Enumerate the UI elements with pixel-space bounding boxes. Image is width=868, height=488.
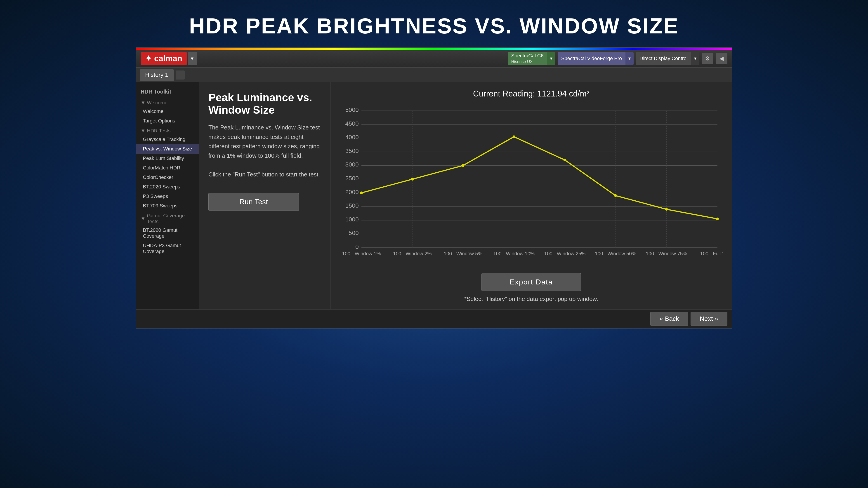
svg-text:2000: 2000 [345,189,359,195]
direct-display-line1: Direct Display Control [640,55,688,62]
sidebar-item-welcome-label: Welcome [143,108,163,114]
chart-point-0 [360,192,363,194]
calman-logo[interactable]: ✦ calman [141,52,187,65]
chart-point-2 [462,164,464,167]
tab-add-button[interactable]: + [176,70,185,79]
svg-text:100 - Window 75%: 100 - Window 75% [646,251,687,256]
sidebar-item-bt2020-sweeps[interactable]: BT.2020 Sweeps [136,182,199,192]
calman-dropdown-button[interactable]: ▼ [188,52,197,65]
spectra-c6-line1: SpectraCal C6 [511,53,544,59]
sidebar-gamut-arrow-icon: ▼ [141,216,146,222]
settings-icon: ⚙ [705,55,710,62]
svg-text:100 - Window 10%: 100 - Window 10% [493,251,535,256]
panel-description: The Peak Luminance vs. Window Size test … [209,123,321,180]
sidebar-item-colormatch-hdr[interactable]: ColorMatch HDR [136,163,199,173]
next-arrow-icon: » [715,315,718,322]
sidebar-item-grayscale-tracking[interactable]: Grayscale Tracking [136,135,199,144]
direct-display-dropdown-icon[interactable]: ▼ [691,52,700,65]
left-panel: Peak Luminance vs. Window Size The Peak … [199,82,331,309]
nav-bar: « Back Next » [136,309,732,328]
chart-point-1 [411,178,414,181]
svg-text:100 - Window 50%: 100 - Window 50% [595,251,636,256]
title-bar-right: SpectraCal C6 Hisense UX ▼ SpectraCal Vi… [508,52,727,65]
sidebar-item-target-options-label: Target Options [143,118,175,124]
sidebar-item-bt709-sweeps[interactable]: BT.709 Sweeps [136,201,199,210]
sidebar-item-p3-sweeps[interactable]: P3 Sweeps [136,192,199,201]
collapse-icon: ◀ [719,55,723,62]
next-label: Next [700,315,713,322]
svg-text:5000: 5000 [345,106,359,113]
color-bar [136,48,732,50]
title-bar: ✦ calman ▼ SpectraCal C6 Hisense UX ▼ Sp… [136,50,732,68]
spectra-c6-label: SpectraCal C6 Hisense UX [508,52,547,65]
tab-bar: History 1 + [136,68,732,82]
back-arrow-icon: « [659,315,663,322]
svg-text:2500: 2500 [345,175,359,182]
sidebar-gamut-label: Gamut Coverage Tests [147,213,194,225]
tab-history1-label: History 1 [145,71,168,78]
videoforge-label: SpectraCal VideoForge Pro [558,52,626,65]
tab-add-icon: + [179,72,182,78]
sidebar-item-uhda-p3-label: UHDA-P3 Gamut Coverage [143,242,194,254]
run-test-button[interactable]: Run Test [209,193,299,211]
chart-container: 5000 4500 4000 3500 3000 2500 2000 1500 … [331,101,732,269]
sidebar-group-welcome[interactable]: ▼ Welcome [136,98,199,107]
content-area: HDR Toolkit ▼ Welcome Welcome Target Opt… [136,82,732,309]
current-reading-label: Current Reading: [473,89,535,98]
videoforge-device-button[interactable]: SpectraCal VideoForge Pro ▼ [558,52,634,65]
sidebar-item-colormatch-label: ColorMatch HDR [143,165,180,171]
videoforge-line1: SpectraCal VideoForge Pro [561,55,622,62]
sidebar-group-hdr-tests[interactable]: ▼ HDR Tests [136,126,199,135]
chart-point-5 [614,194,617,197]
sidebar-item-welcome[interactable]: Welcome [136,107,199,116]
sidebar-hdr-arrow-icon: ▼ [141,128,146,134]
export-note: *Select "History" on the data export pop… [464,295,598,302]
sidebar-item-uhda-p3-gamut[interactable]: UHDA-P3 Gamut Coverage [136,241,199,256]
direct-display-device-button[interactable]: Direct Display Control ▼ [636,52,700,65]
collapse-button[interactable]: ◀ [716,53,727,64]
svg-text:3500: 3500 [345,148,359,154]
svg-text:0: 0 [355,243,359,250]
next-button[interactable]: Next » [690,312,727,326]
calman-logo-text: calman [154,54,182,63]
tab-history1[interactable]: History 1 [140,69,174,80]
videoforge-dropdown-icon[interactable]: ▼ [625,52,633,65]
svg-text:100 - Window 1%: 100 - Window 1% [342,251,381,256]
svg-text:100 - Full 100%: 100 - Full 100% [700,251,723,256]
export-data-button[interactable]: Export Data [482,273,581,291]
sidebar-item-bt2020-gamut-label: BT.2020 Gamut Coverage [143,227,194,239]
chart-point-3 [513,135,515,138]
sidebar-item-colorchecker[interactable]: ColorChecker [136,173,199,182]
sidebar-item-target-options[interactable]: Target Options [136,116,199,126]
spectra-c6-line2: Hisense UX [511,59,544,64]
svg-text:100 - Window 2%: 100 - Window 2% [393,251,432,256]
svg-text:100 - Window 25%: 100 - Window 25% [544,251,586,256]
svg-text:3000: 3000 [345,161,359,168]
back-label: Back [665,315,679,322]
right-panel: Current Reading: 1121.94 cd/m² [331,82,732,309]
sidebar-item-peak-lum-label: Peak Lum Stability [143,156,184,161]
spectra-c6-device-button[interactable]: SpectraCal C6 Hisense UX ▼ [508,52,555,65]
calman-star-icon: ✦ [145,54,152,63]
spectra-c6-dropdown-icon[interactable]: ▼ [547,52,555,65]
current-reading: Current Reading: 1121.94 cd/m² [473,89,589,98]
chart-point-6 [665,208,668,210]
sidebar-item-peak-vs-window[interactable]: Peak vs. Window Size [136,144,199,154]
sidebar-item-bt2020-gamut[interactable]: BT.2020 Gamut Coverage [136,225,199,241]
dropdown-arrow-icon: ▼ [190,56,194,61]
sidebar-item-bt2020-sweeps-label: BT.2020 Sweeps [143,184,180,190]
direct-display-label: Direct Display Control [636,52,691,65]
chart-point-4 [563,159,566,161]
settings-button[interactable]: ⚙ [702,53,713,64]
panel-title: Peak Luminance vs. Window Size [209,91,321,116]
sidebar-item-peak-lum-stability[interactable]: Peak Lum Stability [136,154,199,163]
current-reading-value: 1121.94 cd/m² [537,89,589,98]
description-text: The Peak Luminance vs. Window Size test … [209,124,320,159]
description-instruction: Click the "Run Test" button to start the… [209,171,320,178]
back-button[interactable]: « Back [650,312,688,326]
sidebar-group-gamut[interactable]: ▼ Gamut Coverage Tests [136,210,199,225]
svg-text:500: 500 [348,230,359,236]
sidebar-item-bt709-sweeps-label: BT.709 Sweeps [143,203,178,209]
svg-text:1000: 1000 [345,216,359,223]
sidebar: HDR Toolkit ▼ Welcome Welcome Target Opt… [136,82,199,309]
